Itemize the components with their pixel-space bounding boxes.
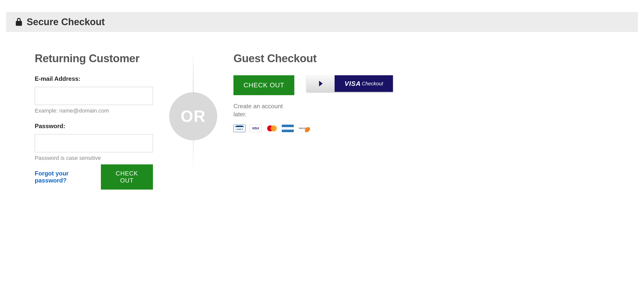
forgot-password-link[interactable]: Forgot your password? bbox=[35, 170, 101, 184]
or-label: OR bbox=[181, 107, 206, 126]
email-label: E-mail Address: bbox=[35, 75, 153, 82]
lowes-card-icon: LOWE'S bbox=[233, 125, 246, 132]
password-input[interactable] bbox=[35, 134, 153, 152]
returning-checkout-button[interactable]: CHECK OUT bbox=[101, 164, 153, 190]
password-hint: Password is case sensitive bbox=[35, 155, 153, 161]
mastercard-icon bbox=[266, 125, 278, 132]
amex-card-icon bbox=[282, 125, 294, 132]
or-divider: OR bbox=[153, 52, 233, 190]
accepted-cards-row: LOWE'S VISA DISCOVER bbox=[233, 125, 425, 132]
email-input[interactable] bbox=[35, 87, 153, 105]
create-account-later-note: Create an account later. bbox=[233, 102, 289, 119]
page-title: Secure Checkout bbox=[27, 17, 105, 27]
guest-checkout-section: Guest Checkout CHECK OUT VISA Checkout C… bbox=[233, 52, 425, 190]
password-label: Password: bbox=[35, 123, 153, 130]
checkout-options: Returning Customer E-mail Address: Examp… bbox=[0, 52, 644, 190]
guest-checkout-title: Guest Checkout bbox=[233, 52, 425, 65]
visa-checkout-word: Checkout bbox=[362, 81, 383, 87]
lock-icon bbox=[15, 18, 23, 26]
secure-checkout-header: Secure Checkout bbox=[6, 12, 638, 32]
visa-card-icon: VISA bbox=[250, 125, 262, 132]
guest-checkout-button[interactable]: CHECK OUT bbox=[233, 75, 294, 95]
chevron-right-icon bbox=[306, 75, 335, 92]
returning-customer-section: Returning Customer E-mail Address: Examp… bbox=[35, 52, 153, 190]
returning-customer-title: Returning Customer bbox=[35, 52, 153, 65]
visa-checkout-button[interactable]: VISA Checkout bbox=[306, 75, 393, 92]
email-hint: Example: name@domain.com bbox=[35, 107, 153, 114]
visa-brand-word: VISA bbox=[345, 80, 361, 88]
discover-card-icon: DISCOVER bbox=[298, 125, 310, 132]
or-circle: OR bbox=[169, 92, 217, 140]
visa-checkout-label: VISA Checkout bbox=[335, 75, 393, 92]
